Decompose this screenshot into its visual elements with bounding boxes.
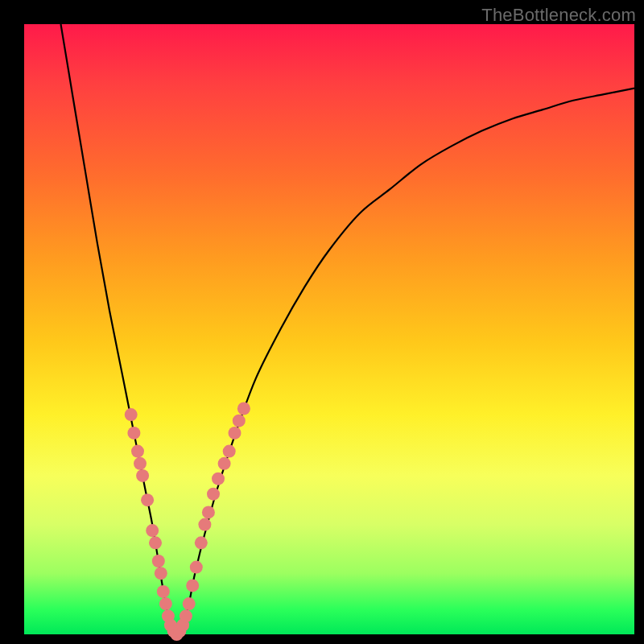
data-point: [134, 457, 147, 470]
data-point: [233, 415, 246, 427]
data-point: [212, 473, 225, 485]
data-point: [223, 445, 236, 458]
data-point: [183, 597, 196, 610]
data-point: [237, 402, 250, 415]
data-point: [229, 427, 242, 440]
curve-markers: [125, 402, 250, 642]
data-point: [186, 579, 199, 592]
data-point: [146, 524, 159, 537]
data-point: [136, 469, 149, 482]
data-point: [131, 445, 144, 458]
data-point: [159, 597, 172, 610]
data-point: [202, 506, 215, 518]
curve-svg: [24, 24, 634, 634]
data-point: [180, 609, 192, 622]
watermark-text: TheBottleneck.com: [481, 5, 636, 26]
plot-area: [24, 24, 634, 634]
data-point: [141, 493, 154, 506]
data-point: [157, 585, 170, 598]
data-point: [152, 555, 165, 568]
data-point: [207, 488, 220, 501]
data-point: [195, 536, 208, 549]
chart-frame: TheBottleneck.com: [0, 0, 644, 644]
data-point: [155, 567, 167, 580]
data-point: [190, 561, 203, 574]
bottleneck-curve: [61, 24, 635, 634]
data-point: [218, 457, 231, 470]
data-point: [198, 518, 211, 531]
data-point: [149, 536, 162, 549]
data-point: [127, 427, 140, 440]
data-point: [125, 408, 138, 421]
